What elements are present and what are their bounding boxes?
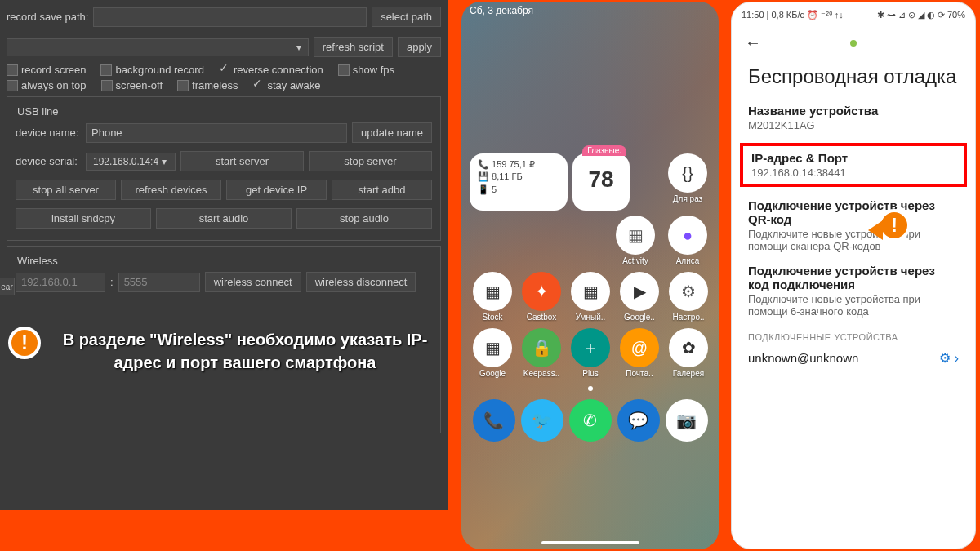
app-icon[interactable]: @Почта.. — [617, 328, 662, 378]
status-icons: ✱ ⊶ ⊿ ⊙ ◢ ◐ ⟳ 70% — [877, 10, 965, 20]
screen-off-checkbox[interactable]: screen-off — [101, 79, 163, 91]
ear-button[interactable]: ear — [0, 278, 15, 295]
update-name-button[interactable]: update name — [352, 122, 432, 143]
record-save-path-label: record save path: — [7, 11, 88, 23]
dock-icon[interactable]: 💬 — [617, 399, 660, 442]
app-icon[interactable]: ▦Умный.. — [568, 272, 613, 322]
wireless-disconnect-button[interactable]: wireless disconnect — [306, 272, 416, 292]
status-bar: 11:50 | 0,8 КБ/с ⏰ ⁻²⁰ ↑↓ ✱ ⊶ ⊿ ⊙ ◢ ◐ ⟳ … — [732, 2, 975, 27]
app-icon[interactable]: ▦Google — [470, 328, 515, 378]
usb-line-group: USB line device name: update name device… — [7, 96, 441, 241]
app-icon[interactable]: 🔒Keepass.. — [519, 328, 564, 378]
wireless-ip-input[interactable] — [16, 273, 105, 292]
apply-button[interactable]: apply — [398, 37, 441, 57]
record-save-path-input[interactable] — [93, 7, 367, 27]
stay-awake-checkbox[interactable]: stay awake — [252, 79, 320, 91]
apps-row-3: ▦Google 🔒Keepass.. ＋Plus @Почта.. ✿Галер… — [470, 328, 710, 378]
app-icon[interactable]: ✿Галерея — [666, 328, 711, 378]
start-adbd-button[interactable]: start adbd — [332, 180, 432, 200]
select-path-button[interactable]: select path — [372, 7, 441, 27]
app-icon[interactable]: ●Алиса — [665, 216, 710, 265]
background-record-checkbox[interactable]: background record — [100, 64, 203, 76]
connected-device-row[interactable]: unknown@unknown ⚙ › — [748, 350, 959, 366]
refresh-script-button[interactable]: refresh script — [314, 37, 393, 57]
chevron-down-icon: ▾ — [296, 42, 301, 53]
app-icon[interactable]: ▶Google.. — [617, 272, 662, 322]
stop-audio-button[interactable]: stop audio — [296, 208, 432, 229]
usb-line-title: USB line — [16, 105, 432, 118]
exclamation-icon: ! — [8, 327, 41, 359]
install-sndcpy-button[interactable]: install sndcpy — [16, 208, 151, 229]
colon-separator: : — [110, 276, 114, 288]
device-name-label: device name: — [16, 127, 81, 139]
dock-icon[interactable]: 📞 — [473, 399, 515, 442]
stop-server-button[interactable]: stop server — [309, 151, 432, 171]
page-title: Беспроводная отладка — [748, 65, 959, 89]
info-widget[interactable]: 📞 159 75,1 ₽ 💾 8,11 ГБ 📱 5 — [470, 153, 568, 211]
dock: 📞 🐦 ✆ 💬 📷 — [470, 399, 710, 442]
show-fps-checkbox[interactable]: show fps — [338, 64, 394, 76]
nav-pill[interactable] — [541, 541, 639, 544]
get-device-ip-button[interactable]: get device IP — [226, 180, 327, 200]
app-icon[interactable]: ▦Stock — [470, 272, 515, 322]
device-name-section[interactable]: Название устройства M2012K11AG — [748, 104, 959, 131]
record-screen-checkbox[interactable]: record screen — [7, 64, 86, 76]
back-arrow-icon[interactable]: ← — [745, 33, 761, 52]
app-icon[interactable]: {}Для раз — [665, 153, 710, 211]
calendar-widget[interactable]: Глазные. 78 — [572, 153, 630, 211]
wireless-port-input[interactable] — [118, 273, 200, 292]
exclamation-icon: ! — [878, 209, 911, 242]
wireless-connect-button[interactable]: wireless connect — [205, 272, 301, 292]
device-serial-label: device serial: — [16, 155, 81, 167]
callout-badge-right: ! — [878, 209, 919, 250]
wireless-debugging-settings: 11:50 | 0,8 КБ/с ⏰ ⁻²⁰ ↑↓ ✱ ⊶ ⊿ ⊙ ◢ ◐ ⟳ … — [731, 2, 976, 549]
reverse-connection-checkbox[interactable]: reverse connection — [219, 64, 323, 76]
always-on-top-checkbox[interactable]: always on top — [7, 79, 87, 91]
scrcpy-settings-panel: record save path: select path ▾ refresh … — [0, 0, 448, 510]
callout-text: В разделе "Wireless" необходимо указать … — [57, 328, 433, 374]
gear-icon[interactable]: ⚙ › — [939, 350, 959, 366]
ip-port-section-highlighted[interactable]: IP-адрес & Порт 192.168.0.14:38441 — [740, 143, 967, 187]
status-left: 11:50 | 0,8 КБ/с ⏰ ⁻²⁰ ↑↓ — [742, 10, 844, 20]
qr-pairing-section[interactable]: Подключение устройств через QR-код Подкл… — [748, 198, 959, 252]
callout-badge-left: ! — [8, 327, 47, 366]
app-icon[interactable]: ＋Plus — [568, 328, 613, 378]
dock-icon[interactable]: 📷 — [666, 399, 708, 442]
dock-icon[interactable]: 🐦 — [521, 399, 564, 442]
wireless-title: Wireless — [16, 255, 432, 267]
app-icon[interactable]: ▦Activity — [612, 216, 658, 265]
app-icon[interactable]: ⚙Настро.. — [666, 272, 711, 322]
android-home-screen: Сб, 3 декабря 📞 159 75,1 ₽ 💾 8,11 ГБ 📱 5… — [461, 2, 719, 549]
frameless-checkbox[interactable]: frameless — [177, 79, 238, 91]
status-bar-date: Сб, 3 декабря — [461, 2, 719, 21]
device-serial-dropdown[interactable]: 192.168.0.14:4▾ — [86, 153, 176, 171]
apps-row-2: ▦Stock ✦Castbox ▦Умный.. ▶Google.. ⚙Наст… — [470, 272, 710, 322]
stop-all-server-button[interactable]: stop all server — [16, 180, 116, 200]
app-icon[interactable]: ✦Castbox — [519, 272, 564, 322]
refresh-devices-button[interactable]: refresh devices — [121, 180, 221, 200]
start-server-button[interactable]: start server — [180, 151, 304, 171]
camera-indicator-icon — [850, 40, 857, 47]
chevron-down-icon: ▾ — [162, 156, 167, 167]
code-pairing-section[interactable]: Подключение устройств через код подключе… — [748, 264, 959, 318]
dock-icon[interactable]: ✆ — [569, 399, 612, 442]
device-name-input[interactable] — [86, 123, 347, 143]
connected-devices-label: ПОДКЛЮЧЕННЫЕ УСТРОЙСТВА — [748, 332, 959, 342]
start-audio-button[interactable]: start audio — [156, 208, 292, 229]
script-dropdown[interactable]: ▾ — [7, 38, 309, 56]
